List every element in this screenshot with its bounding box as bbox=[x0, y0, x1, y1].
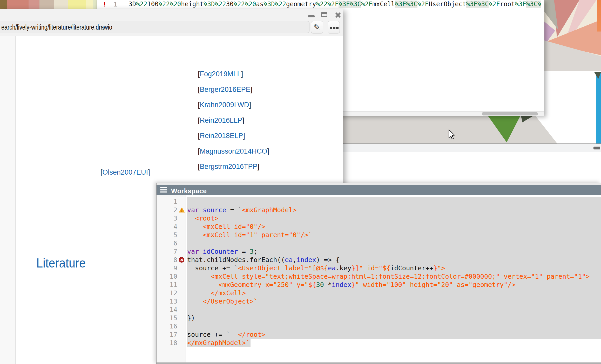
maximize-icon[interactable] bbox=[321, 12, 327, 17]
code-token: }"> bbox=[433, 264, 445, 272]
code-token: ea bbox=[328, 264, 336, 272]
code-line[interactable]: </UserObject>` bbox=[187, 297, 258, 306]
code-line[interactable]: <mxGeometry x="250" y="${30 *index}" wid… bbox=[187, 281, 515, 289]
line-number: 3 bbox=[157, 214, 177, 223]
code-token: UserObject bbox=[429, 1, 466, 8]
code-token: source += bbox=[187, 264, 234, 272]
code-token: var bbox=[187, 248, 199, 255]
code-token: <mxCell id="1" parent="0"/>` bbox=[187, 231, 312, 239]
pencil-icon: ✎ bbox=[313, 22, 320, 32]
workspace-titlebar[interactable]: Workspace bbox=[157, 185, 601, 195]
code-token: %3C% bbox=[526, 1, 541, 8]
code-line[interactable]: var source = `<mxGraphModel> bbox=[187, 206, 296, 214]
window-top-edge bbox=[157, 183, 601, 185]
code-token: mxCell bbox=[372, 1, 395, 8]
wallpaper-blue-stripe bbox=[596, 72, 601, 144]
line-number: 1 bbox=[157, 198, 177, 206]
line-number: 17 bbox=[157, 331, 177, 339]
minimize-icon[interactable] bbox=[308, 15, 315, 17]
code-line[interactable]: source += `<UserObject label="[@${ea.key… bbox=[187, 264, 445, 272]
code-token: source bbox=[203, 206, 226, 214]
line-number: 13 bbox=[157, 297, 177, 306]
code-line[interactable]: <mxCell id="1" parent="0"/>` bbox=[187, 231, 312, 239]
citation-link[interactable]: [Olsen2007EUI] bbox=[100, 168, 150, 176]
minimized-window-dash[interactable] bbox=[593, 147, 600, 149]
citation-link[interactable]: [Fog2019MLL] bbox=[198, 70, 243, 78]
code-line[interactable]: <mxCell style="text;whiteSpace=wrap;html… bbox=[187, 272, 590, 281]
code-token: index bbox=[332, 281, 351, 289]
code-token: * bbox=[324, 281, 332, 289]
canvas-gutter bbox=[0, 36, 16, 364]
citation-link[interactable]: [Rein2018ELP] bbox=[198, 132, 245, 140]
line-number: 15 bbox=[157, 314, 177, 322]
code-token: = bbox=[226, 206, 238, 214]
code-token: <mxCell id="0"/> bbox=[187, 223, 265, 230]
mouse-cursor bbox=[448, 129, 456, 140]
close-icon[interactable] bbox=[335, 12, 341, 18]
code-token: %2F bbox=[417, 1, 429, 8]
citation-link[interactable]: [Magnusson2014HCO] bbox=[198, 147, 269, 155]
citation-link[interactable]: [Bergstrm2016TPP] bbox=[198, 163, 259, 171]
preview-gutter: ! 1 bbox=[97, 0, 127, 9]
code-token: 3 bbox=[250, 248, 254, 255]
code-line[interactable]: source += ` </root> bbox=[187, 331, 265, 339]
file-path-input[interactable]: earch/lively-writing/literature/literatu… bbox=[0, 21, 309, 33]
code-token: source += bbox=[187, 331, 226, 338]
error-icon[interactable] bbox=[179, 256, 185, 264]
code-token: %3E%3C bbox=[339, 1, 361, 8]
code-token: geometry bbox=[286, 1, 316, 8]
code-token: %3E%3C bbox=[395, 1, 417, 8]
code-token: 3D bbox=[129, 1, 136, 8]
code-token: 100 bbox=[147, 1, 158, 8]
code-token: index bbox=[296, 256, 316, 264]
scrollbar-handle[interactable] bbox=[482, 112, 538, 115]
code-line[interactable]: </mxGraphModel>` bbox=[187, 339, 250, 347]
warning-icon[interactable]: ! bbox=[179, 206, 185, 214]
code-token: ` bbox=[234, 264, 238, 272]
edit-button[interactable]: ✎ bbox=[311, 21, 323, 33]
wallpaper-gray-area bbox=[343, 115, 601, 143]
code-line[interactable]: var idCounter = 3; bbox=[187, 248, 258, 256]
code-token: .key bbox=[336, 264, 351, 272]
code-token: 30 bbox=[226, 1, 234, 8]
window-title: Workspace bbox=[171, 187, 207, 195]
wallpaper-strip-top-left bbox=[0, 0, 99, 9]
window-titlebar[interactable] bbox=[0, 9, 343, 19]
menu-icon[interactable] bbox=[160, 187, 167, 193]
code-token: </mxCell> bbox=[187, 289, 246, 297]
code-token: %2F bbox=[489, 1, 500, 8]
code-token: %22 bbox=[136, 1, 147, 8]
code-token: ` bbox=[226, 331, 230, 338]
line-number: 14 bbox=[157, 306, 177, 314]
encoded-xml-code-line[interactable]: 3D%22100%22%20height%3D%2230%22%20as%3D%… bbox=[129, 1, 544, 9]
code-token: <UserObject label="[@${ bbox=[238, 264, 328, 272]
code-line[interactable]: <root> bbox=[187, 214, 218, 223]
code-token: ` bbox=[238, 206, 242, 214]
code-token: that.childNodes.forEach(( bbox=[187, 256, 285, 264]
line-number: 11 bbox=[157, 281, 177, 289]
code-token: %3D%22 bbox=[264, 1, 286, 8]
line-number: 16 bbox=[157, 322, 177, 331]
code-line[interactable]: }) bbox=[187, 314, 195, 322]
more-options-button[interactable] bbox=[328, 21, 340, 33]
code-token: %2F bbox=[361, 1, 372, 8]
workspace-editor-window: Workspace var source = `<mxGraphModel> <… bbox=[156, 183, 601, 364]
code-line[interactable]: <mxCell id="0"/> bbox=[187, 223, 265, 231]
code-line[interactable]: that.childNodes.forEach((ea,index) => { bbox=[187, 256, 340, 264]
line-number: 10 bbox=[157, 272, 177, 281]
window-toolbar: earch/lively-writing/literature/literatu… bbox=[0, 19, 343, 36]
citation-link[interactable]: [Krahn2009LWD] bbox=[198, 101, 251, 109]
literature-label[interactable]: Literature bbox=[36, 256, 86, 271]
citation-link[interactable]: [Rein2016LLP] bbox=[198, 116, 244, 125]
dots-icon bbox=[330, 27, 332, 29]
code-token: ; bbox=[254, 248, 258, 255]
code-token: }]" id="${ bbox=[351, 264, 390, 272]
code-token: %3E bbox=[515, 1, 526, 8]
error-marker: ! bbox=[103, 1, 106, 8]
wallpaper-band bbox=[343, 115, 601, 143]
code-line[interactable]: </mxCell> bbox=[187, 289, 246, 297]
code-token: ea bbox=[285, 256, 293, 264]
code-token: %3D%22 bbox=[204, 1, 226, 8]
citation-link[interactable]: [Berger2016EPE] bbox=[198, 86, 252, 94]
code-token: %22%20 bbox=[234, 1, 256, 8]
